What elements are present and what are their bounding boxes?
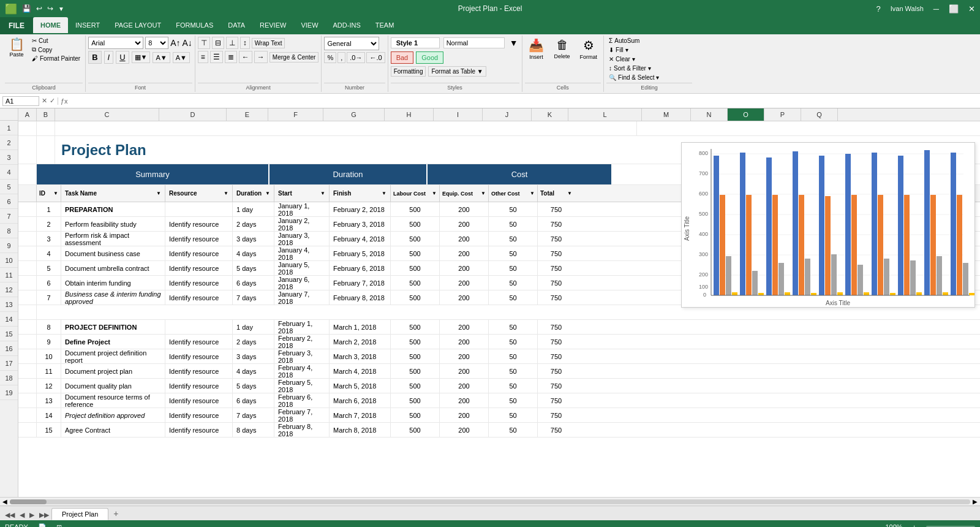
scroll-right-icon[interactable]: ▶ — [973, 498, 978, 505]
cell-labour-19[interactable]: 500 — [391, 408, 440, 422]
cell-total-13[interactable]: 750 — [538, 320, 575, 334]
equip-col-header[interactable]: Equip. Cost▼ — [440, 185, 489, 202]
cell-resource-5[interactable] — [165, 202, 233, 216]
cell-equip-9[interactable]: 200 — [440, 261, 489, 275]
col-header-c[interactable]: C — [55, 108, 159, 121]
cell-total-8[interactable]: 750 — [538, 246, 575, 260]
cell-labour-18[interactable]: 500 — [391, 393, 440, 408]
page-layout-icon[interactable]: 📄 — [38, 523, 47, 528]
add-sheet-button[interactable]: + — [108, 507, 123, 520]
cell-total-19[interactable]: 750 — [538, 408, 575, 422]
duration-col-header[interactable]: Duration▼ — [233, 185, 274, 202]
row-num-15[interactable]: 15 — [0, 327, 18, 341]
row-num-1[interactable]: 1 — [0, 121, 18, 135]
find-select-button[interactable]: 🔍 Find & Select ▾ — [606, 74, 662, 82]
cell-finish-8[interactable]: February 5, 2018 — [330, 246, 391, 260]
start-col-header[interactable]: Start▼ — [274, 185, 330, 202]
cell-equip-14[interactable]: 200 — [440, 335, 489, 349]
cell-finish-10[interactable]: February 7, 2018 — [330, 276, 391, 290]
tab-view[interactable]: VIEW — [293, 17, 325, 33]
scroll-sheet-left-icon[interactable]: ◀◀ — [2, 510, 17, 520]
cell-other-16[interactable]: 50 — [489, 364, 538, 378]
cell-labour-8[interactable]: 500 — [391, 246, 440, 260]
tab-team[interactable]: TEAM — [368, 17, 402, 33]
cell-labour-6[interactable]: 500 — [391, 217, 440, 231]
scroll-left-icon[interactable]: ◀ — [2, 498, 7, 505]
cell-a18[interactable] — [18, 393, 37, 408]
comma-button[interactable]: , — [337, 52, 345, 63]
cell-a6[interactable] — [18, 217, 37, 231]
cell-b1[interactable] — [37, 121, 55, 135]
cell-duration-10[interactable]: 6 days — [233, 276, 274, 290]
text-direction-button[interactable]: ↕ — [240, 37, 250, 49]
cell-a17[interactable] — [18, 379, 37, 393]
cell-task-15[interactable]: Document project definition report — [61, 349, 165, 363]
cell-resource-6[interactable]: Identify resource — [165, 217, 233, 231]
cell-resource-11[interactable]: Identify resource — [165, 290, 233, 305]
cell-resource-8[interactable]: Identify resource — [165, 246, 233, 260]
row-num-13[interactable]: 13 — [0, 297, 18, 312]
row-num-7[interactable]: 7 — [0, 209, 18, 224]
cell-a19[interactable] — [18, 408, 37, 422]
row-num-6[interactable]: 6 — [0, 194, 18, 209]
cell-total-20[interactable]: 750 — [538, 423, 575, 437]
row-num-10[interactable]: 10 — [0, 253, 18, 268]
resource-col-header[interactable]: Resource▼ — [165, 185, 233, 202]
insert-button[interactable]: 📥 Insert — [525, 37, 548, 61]
cell-other-20[interactable]: 50 — [489, 423, 538, 437]
cell-labour-14[interactable]: 500 — [391, 335, 440, 349]
finish-col-header[interactable]: Finish▼ — [330, 185, 391, 202]
cell-id-5[interactable]: 1 — [37, 202, 61, 216]
format-button[interactable]: ⚙ Format — [576, 37, 601, 61]
cell-id-20[interactable]: 15 — [37, 423, 61, 437]
cell-id-7[interactable]: 3 — [37, 232, 61, 246]
cell-id-6[interactable]: 2 — [37, 217, 61, 231]
cell-start-20[interactable]: February 8, 2018 — [274, 423, 330, 437]
row-num-11[interactable]: 11 — [0, 268, 18, 282]
bold-button[interactable]: B — [88, 51, 101, 64]
cell-labour-11[interactable]: 500 — [391, 290, 440, 305]
cell-start-19[interactable]: February 7, 2018 — [274, 408, 330, 422]
cell-labour-10[interactable]: 500 — [391, 276, 440, 290]
taskname-col-header[interactable]: Task Name▼ — [61, 185, 165, 202]
fill-button[interactable]: ⬇ Fill ▾ — [606, 46, 631, 54]
cell-id-10[interactable]: 6 — [37, 276, 61, 290]
row-num-5[interactable]: 5 — [0, 180, 18, 194]
cell-labour-20[interactable]: 500 — [391, 423, 440, 437]
clear-button[interactable]: ✕ Clear ▾ — [606, 55, 638, 63]
cell-start-11[interactable]: January 7, 2018 — [274, 290, 330, 305]
row-num-12[interactable]: 12 — [0, 282, 18, 297]
cell-a5[interactable] — [18, 202, 37, 216]
cell-other-6[interactable]: 50 — [489, 217, 538, 231]
cell-resource-19[interactable]: Identify resource — [165, 408, 233, 422]
formula-confirm-icon[interactable]: ✓ — [50, 97, 55, 105]
cell-resource-15[interactable]: Identify resource — [165, 349, 233, 363]
sheet-tab-project-plan[interactable]: Project Plan — [51, 508, 108, 520]
col-header-a[interactable]: A — [18, 108, 37, 121]
cell-a10[interactable] — [18, 276, 37, 290]
minimize-button[interactable]: ─ — [933, 4, 939, 13]
row-num-17[interactable]: 17 — [0, 356, 18, 371]
format-as-table-button[interactable]: Format as Table ▼ — [428, 66, 486, 77]
copy-button[interactable]: ⧉ Copy — [29, 45, 83, 54]
cell-id-14[interactable]: 9 — [37, 335, 61, 349]
cell-task-5[interactable]: PREPARATION — [61, 202, 165, 216]
cell-other-7[interactable]: 50 — [489, 232, 538, 246]
scroll-sheet-prev-icon[interactable]: ◀ — [17, 510, 27, 520]
col-header-o[interactable]: O — [728, 108, 764, 121]
cell-task-16[interactable]: Document project plan — [61, 364, 165, 378]
cell-finish-18[interactable]: March 6, 2018 — [330, 393, 391, 408]
col-header-f[interactable]: F — [268, 108, 323, 121]
cell-a13[interactable] — [18, 320, 37, 334]
tab-home[interactable]: HOME — [33, 17, 68, 33]
row-num-19[interactable]: 19 — [0, 385, 18, 400]
cell-finish-15[interactable]: March 3, 2018 — [330, 349, 391, 363]
cell-equip-7[interactable]: 200 — [440, 232, 489, 246]
cell-resource-17[interactable]: Identify resource — [165, 379, 233, 393]
cell-duration-13[interactable]: 1 day — [233, 320, 274, 334]
quick-access-save[interactable]: 💾 — [22, 4, 31, 13]
cell-id-9[interactable]: 5 — [37, 261, 61, 275]
cell-a9[interactable] — [18, 261, 37, 275]
normal-view-icon[interactable]: ⊞ — [56, 523, 62, 528]
font-color-button[interactable]: A▼ — [173, 52, 190, 63]
